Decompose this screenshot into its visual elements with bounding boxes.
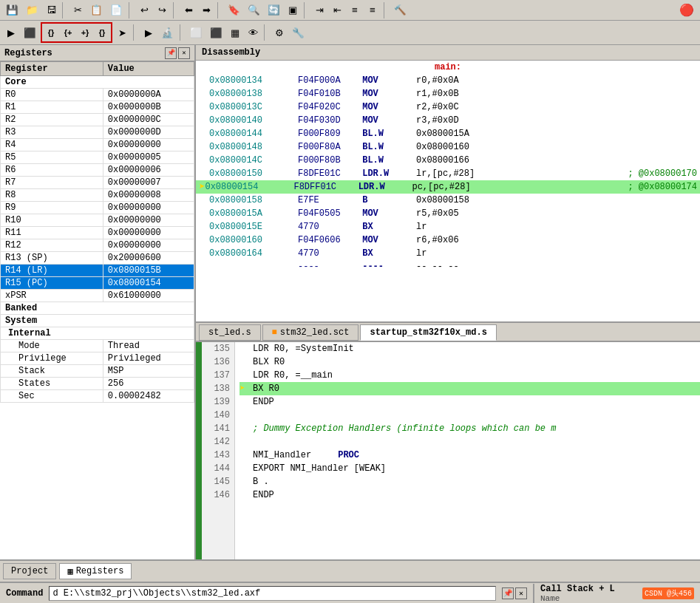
toolbar-extra1-btn[interactable]: ▣ bbox=[285, 2, 301, 18]
code-line[interactable]: ; Dummy Exception Handlers (infinite loo… bbox=[239, 422, 700, 435]
toolbar-redo-btn[interactable]: ↪ bbox=[154, 2, 170, 18]
bottom-tab[interactable]: Project bbox=[3, 563, 56, 579]
toolbar-arrow-right-btn[interactable]: ➤ bbox=[114, 24, 130, 41]
register-row[interactable]: xPSR0x61000000 bbox=[1, 290, 194, 302]
register-row[interactable]: R40x00000000 bbox=[1, 139, 194, 151]
disasm-line[interactable]: 0x08000148 F000F80A BL.W0x08000160 bbox=[196, 140, 700, 154]
disassembly-content[interactable]: main: 0x08000134 F04F000A MOVr0,#0x0A 0x… bbox=[196, 61, 700, 321]
disasm-line[interactable]: 0x0800015E 4770 BXlr bbox=[196, 220, 700, 234]
toolbar-view-btn[interactable]: 🔬 bbox=[158, 24, 177, 41]
disasm-line[interactable]: 0x0800015A F04F0505 MOVr5,#0x05 bbox=[196, 207, 700, 220]
toolbar-undo-btn[interactable]: ↩ bbox=[136, 2, 152, 18]
code-line[interactable]: BLX R0 bbox=[239, 355, 700, 369]
register-row[interactable]: R80x00000008 bbox=[1, 189, 194, 202]
toolbar-periph-btn[interactable]: ⬛ bbox=[207, 24, 225, 41]
code-lines[interactable]: LDR R0, =SystemInit BLX R0 LDR R0, =__ma… bbox=[235, 342, 700, 559]
toolbar-outdent-btn[interactable]: ⇤ bbox=[329, 2, 345, 18]
register-row[interactable]: R20x0000000C bbox=[1, 114, 194, 126]
step-out-btn[interactable]: +} bbox=[77, 24, 93, 41]
step-over-btn[interactable]: {} bbox=[43, 24, 59, 41]
toolbar-mem-btn[interactable]: ▦ bbox=[227, 24, 243, 41]
toolbar-replace-btn[interactable]: 🔄 bbox=[265, 2, 283, 18]
disasm-line[interactable]: ➤0x08000154 F8DFF01C LDR.Wpc,[pc,#28]; @… bbox=[196, 180, 700, 194]
toolbar-open-btn[interactable]: 📁 bbox=[23, 2, 41, 18]
system-register-row[interactable]: ModeThread bbox=[1, 340, 194, 352]
disasm-line[interactable]: 0x08000134 F04F000A MOVr0,#0x0A bbox=[196, 74, 700, 87]
register-row[interactable]: R10x0000000B bbox=[1, 101, 194, 114]
sep6 bbox=[384, 2, 388, 18]
system-register-row[interactable]: PrivilegePrivileged bbox=[1, 352, 194, 365]
disasm-line[interactable]: 0x08000158 E7FE B0x08000158 bbox=[196, 194, 700, 207]
toolbar-r2-btn2[interactable]: ⬛ bbox=[21, 24, 39, 41]
disasm-line[interactable]: 0x08000138 F04F010B MOVr1,#0x0B bbox=[196, 87, 700, 100]
code-line[interactable]: ENDP bbox=[239, 395, 700, 409]
system-register-row[interactable]: StackMSP bbox=[1, 365, 194, 378]
code-line[interactable]: NMI_Handler PROC bbox=[239, 449, 700, 462]
register-row[interactable]: R30x0000000D bbox=[1, 126, 194, 139]
register-row[interactable]: R100x00000000 bbox=[1, 214, 194, 227]
disasm-line[interactable]: 0x08000140 F04F030D MOVr3,#0x0D bbox=[196, 114, 700, 127]
code-line[interactable]: B . bbox=[239, 475, 700, 488]
register-row[interactable]: R14 (LR)0x0800015B bbox=[1, 265, 194, 277]
register-row[interactable]: R90x00000000 bbox=[1, 202, 194, 214]
code-line[interactable]: LDR R0, =SystemInit bbox=[239, 342, 700, 355]
step-into-btn[interactable]: {+ bbox=[60, 24, 76, 41]
register-row[interactable]: R60x00000006 bbox=[1, 164, 194, 177]
register-row[interactable]: R120x00000000 bbox=[1, 239, 194, 252]
code-line[interactable]: LDR R0, =__main bbox=[239, 369, 700, 382]
toolbar-paste-btn[interactable]: 📄 bbox=[107, 2, 126, 18]
disasm-line[interactable]: 0x08000160 F04F0606 MOVr6,#0x06 bbox=[196, 234, 700, 247]
toolbar-cut-btn[interactable]: ✂ bbox=[69, 2, 86, 18]
toolbar-bookmark-btn[interactable]: 🔖 bbox=[225, 2, 243, 18]
toolbar-asm-btn[interactable]: ⚙ bbox=[271, 24, 288, 41]
code-tab[interactable]: st_led.s bbox=[199, 324, 261, 341]
toolbar-indent-btn[interactable]: ⇥ bbox=[311, 2, 327, 18]
register-row[interactable]: R15 (PC)0x08000154 bbox=[1, 277, 194, 290]
code-line[interactable]: ENDP bbox=[239, 488, 700, 502]
code-line-content: ; Dummy Exception Handlers (infinite loo… bbox=[253, 422, 556, 435]
register-row[interactable]: R110x00000000 bbox=[1, 227, 194, 239]
system-register-row[interactable]: States256 bbox=[1, 378, 194, 390]
disasm-line[interactable]: 0x0800014C F000F80B BL.W0x08000166 bbox=[196, 154, 700, 167]
code-line[interactable]: EXPORT NMI_Handler [WEAK] bbox=[239, 462, 700, 475]
register-row[interactable]: R50x00000005 bbox=[1, 151, 194, 164]
system-register-row[interactable]: Sec0.00002482 bbox=[1, 390, 194, 403]
command-input[interactable] bbox=[49, 586, 496, 601]
toolbar-align2-btn[interactable]: ≡ bbox=[364, 2, 381, 18]
toolbar-window-btn[interactable]: ⬜ bbox=[187, 24, 205, 41]
disasm-line[interactable]: 0x0800013C F04F020C MOVr2,#0x0C bbox=[196, 100, 700, 114]
toolbar-run-btn[interactable]: ▶ bbox=[140, 24, 157, 41]
bottom-tab[interactable]: ▦Registers bbox=[59, 563, 132, 579]
code-tab[interactable]: startup_stm32f10x_md.s bbox=[360, 324, 496, 341]
toolbar-new-btn[interactable]: 💾 bbox=[3, 2, 21, 18]
toolbar-copy-btn[interactable]: 📋 bbox=[87, 2, 106, 18]
disasm-line[interactable]: 0x08000150 F8DFE01C LDR.Wlr,[pc,#28]; @0… bbox=[196, 167, 700, 180]
step-run-btn[interactable]: {} bbox=[94, 24, 110, 41]
disasm-line[interactable]: 0x08000164 4770 BXlr bbox=[196, 247, 700, 260]
register-row[interactable]: R70x00000007 bbox=[1, 177, 194, 189]
toolbar-forward-btn[interactable]: ➡ bbox=[198, 2, 214, 18]
panel-close-btn[interactable]: ✕ bbox=[178, 47, 190, 59]
toolbar-align1-btn[interactable]: ≡ bbox=[347, 2, 363, 18]
register-row[interactable]: R13 (SP)0x20000600 bbox=[1, 252, 194, 265]
toolbar-cfg-btn[interactable]: 🔧 bbox=[289, 24, 307, 41]
toolbar-r2-btn1[interactable]: ▶ bbox=[3, 24, 19, 41]
code-tab[interactable]: ■stm32_led.sct bbox=[262, 324, 359, 341]
toolbar-save-btn[interactable]: 🖫 bbox=[43, 2, 59, 18]
disasm-line[interactable]: 0x08000144 F000F809 BL.W0x0800015A bbox=[196, 127, 700, 140]
toolbar-watch-btn[interactable]: 👁 bbox=[245, 24, 261, 41]
code-line[interactable] bbox=[239, 409, 700, 422]
no-arrow bbox=[199, 247, 209, 260]
code-line[interactable] bbox=[239, 435, 700, 449]
code-line[interactable]: ➤ BX R0 bbox=[239, 382, 700, 395]
panel-pin-btn[interactable]: 📌 bbox=[165, 47, 177, 59]
toolbar-debug-btn[interactable]: 🔴 bbox=[676, 2, 697, 18]
status-pin-btn[interactable]: 📌 bbox=[502, 587, 514, 599]
sep3 bbox=[173, 2, 177, 18]
disasm-line[interactable]: ---- ------ -- -- bbox=[196, 260, 700, 273]
toolbar-search-btn[interactable]: 🔍 bbox=[245, 2, 263, 18]
status-close-btn[interactable]: ✕ bbox=[515, 587, 527, 599]
toolbar-build-btn[interactable]: 🔨 bbox=[391, 2, 410, 18]
register-row[interactable]: R00x0000000A bbox=[1, 89, 194, 101]
toolbar-back-btn[interactable]: ⬅ bbox=[180, 2, 197, 18]
